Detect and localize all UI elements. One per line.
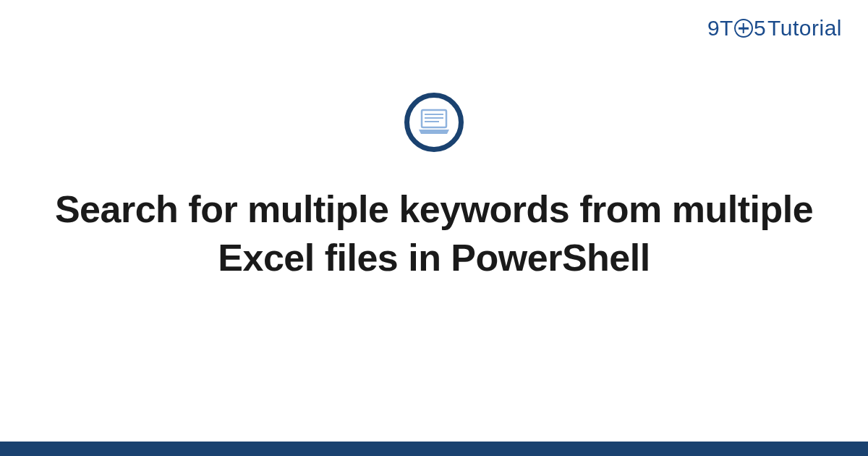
brand-logo: 9 T 5 Tutorial xyxy=(707,16,842,41)
logo-text-t: T xyxy=(720,16,733,41)
laptop-icon-circle xyxy=(404,93,464,152)
logo-text-tutorial: Tutorial xyxy=(767,16,842,41)
laptop-icon xyxy=(417,108,451,137)
logo-text-5: 5 xyxy=(754,16,766,41)
clock-icon xyxy=(734,19,753,38)
logo-text-9: 9 xyxy=(707,16,720,41)
footer-bar xyxy=(0,442,868,456)
page-title: Search for multiple keywords from multip… xyxy=(51,185,817,282)
